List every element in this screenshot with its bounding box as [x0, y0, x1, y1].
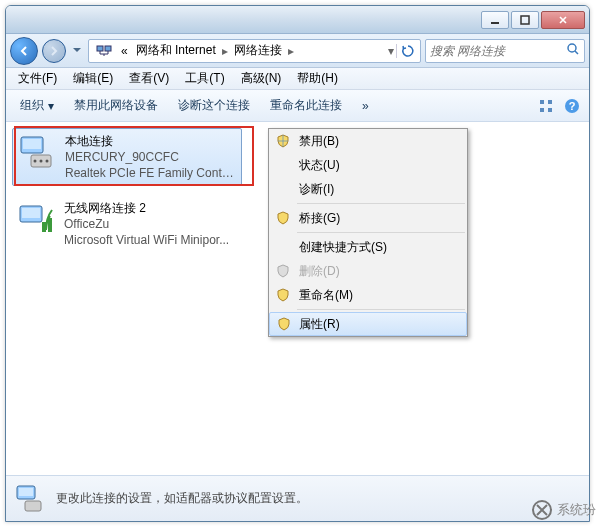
diagnose-button[interactable]: 诊断这个连接	[168, 93, 260, 118]
svg-rect-20	[48, 218, 52, 232]
connection-device: Microsoft Virtual WiFi Minipor...	[64, 232, 238, 248]
titlebar	[6, 6, 589, 34]
shield-icon	[275, 133, 291, 149]
svg-rect-8	[548, 108, 552, 112]
search-icon	[566, 42, 580, 60]
svg-rect-22	[19, 488, 33, 496]
shield-icon	[275, 210, 291, 226]
network-icon	[95, 42, 113, 60]
svg-rect-6	[548, 100, 552, 104]
close-button[interactable]	[541, 11, 585, 29]
svg-point-14	[34, 160, 37, 163]
connection-device: Realtek PCIe FE Family Control...	[65, 165, 237, 181]
svg-rect-23	[25, 501, 41, 511]
chevron-down-icon: ▾	[48, 99, 54, 113]
ctx-label: 删除(D)	[299, 263, 340, 280]
ctx-label: 状态(U)	[299, 157, 340, 174]
maximize-button[interactable]	[511, 11, 539, 29]
svg-point-15	[40, 160, 43, 163]
minimize-button[interactable]	[481, 11, 509, 29]
titlebar-controls	[481, 11, 585, 29]
svg-text:?: ?	[569, 100, 576, 112]
svg-point-16	[46, 160, 49, 163]
ctx-delete: 删除(D)	[269, 259, 467, 283]
menu-file[interactable]: 文件(F)	[10, 68, 65, 89]
connection-item-local[interactable]: 本地连接 MERCURY_90CCFC Realtek PCIe FE Fami…	[12, 128, 242, 186]
ctx-label: 桥接(G)	[299, 210, 340, 227]
search-box[interactable]	[425, 39, 585, 63]
menu-tools[interactable]: 工具(T)	[177, 68, 232, 89]
ethernet-icon	[17, 133, 57, 173]
connection-status: OfficeZu	[64, 216, 238, 232]
view-mode-button[interactable]	[533, 94, 559, 118]
chevron-right-icon: ▸	[220, 44, 230, 58]
menu-advanced[interactable]: 高级(N)	[233, 68, 290, 89]
address-bar: « 网络和 Internet ▸ 网络连接 ▸ ▾	[6, 34, 589, 68]
explorer-window: « 网络和 Internet ▸ 网络连接 ▸ ▾ 文件(F) 编辑(E) 查看…	[5, 5, 590, 522]
ctx-diagnose[interactable]: 诊断(I)	[269, 177, 467, 201]
svg-rect-18	[22, 208, 40, 218]
help-icon-button[interactable]: ?	[559, 94, 585, 118]
ctx-properties[interactable]: 属性(R)	[269, 312, 467, 336]
path-segment-1[interactable]: 网络和 Internet	[132, 42, 220, 59]
nav-history-dropdown[interactable]	[70, 39, 84, 63]
menu-edit[interactable]: 编辑(E)	[65, 68, 121, 89]
connection-name: 本地连接	[65, 133, 237, 149]
ctx-label: 属性(R)	[299, 316, 340, 333]
ctx-label: 诊断(I)	[299, 181, 334, 198]
breadcrumb[interactable]: « 网络和 Internet ▸ 网络连接 ▸ ▾	[88, 39, 421, 63]
ctx-label: 禁用(B)	[299, 133, 339, 150]
ctx-label: 创建快捷方式(S)	[299, 239, 387, 256]
ctx-status[interactable]: 状态(U)	[269, 153, 467, 177]
content-area: 本地连接 MERCURY_90CCFC Realtek PCIe FE Fami…	[6, 122, 589, 521]
separator	[297, 232, 465, 233]
toolbar-more-icon[interactable]: »	[352, 95, 379, 117]
connection-name: 无线网络连接 2	[64, 200, 238, 216]
svg-point-4	[568, 44, 576, 52]
wifi-icon	[16, 200, 56, 240]
svg-rect-12	[23, 139, 41, 149]
svg-rect-19	[42, 222, 46, 232]
path-segment-2[interactable]: 网络连接	[230, 42, 286, 59]
menu-help[interactable]: 帮助(H)	[289, 68, 346, 89]
shield-icon	[275, 287, 291, 303]
svg-rect-0	[491, 22, 499, 24]
path-prefix[interactable]: «	[117, 44, 132, 58]
ctx-disable[interactable]: 禁用(B)	[269, 129, 467, 153]
ethernet-icon	[14, 483, 46, 515]
ctx-label: 重命名(M)	[299, 287, 353, 304]
menubar: 文件(F) 编辑(E) 查看(V) 工具(T) 高级(N) 帮助(H)	[6, 68, 589, 90]
menu-view[interactable]: 查看(V)	[121, 68, 177, 89]
ctx-shortcut[interactable]: 创建快捷方式(S)	[269, 235, 467, 259]
toolbar: 组织▾ 禁用此网络设备 诊断这个连接 重命名此连接 » ?	[6, 90, 589, 122]
disable-device-button[interactable]: 禁用此网络设备	[64, 93, 168, 118]
statusbar: 更改此连接的设置，如适配器或协议配置设置。	[6, 475, 589, 521]
separator	[297, 309, 465, 310]
status-text: 更改此连接的设置，如适配器或协议配置设置。	[56, 490, 308, 507]
svg-rect-2	[97, 46, 103, 51]
shield-icon	[276, 316, 292, 332]
ctx-rename[interactable]: 重命名(M)	[269, 283, 467, 307]
organize-button[interactable]: 组织▾	[10, 93, 64, 118]
path-dropdown-icon[interactable]: ▾	[386, 44, 396, 58]
chevron-right-icon: ▸	[286, 44, 296, 58]
connection-status: MERCURY_90CCFC	[65, 149, 237, 165]
svg-rect-7	[540, 108, 544, 112]
context-menu: 禁用(B) 状态(U) 诊断(I) 桥接(G) 创建快捷方式(S)	[268, 128, 468, 337]
refresh-button[interactable]	[396, 44, 418, 58]
connection-list: 本地连接 MERCURY_90CCFC Realtek PCIe FE Fami…	[6, 122, 589, 475]
shield-icon	[275, 263, 291, 279]
svg-rect-3	[105, 46, 111, 51]
rename-button[interactable]: 重命名此连接	[260, 93, 352, 118]
svg-rect-5	[540, 100, 544, 104]
connection-item-wireless[interactable]: 无线网络连接 2 OfficeZu Microsoft Virtual WiFi…	[12, 196, 242, 252]
separator	[297, 203, 465, 204]
nav-back-button[interactable]	[10, 37, 38, 65]
ctx-bridge[interactable]: 桥接(G)	[269, 206, 467, 230]
search-input[interactable]	[430, 44, 566, 58]
nav-forward-button[interactable]	[42, 39, 66, 63]
svg-rect-1	[521, 16, 529, 24]
